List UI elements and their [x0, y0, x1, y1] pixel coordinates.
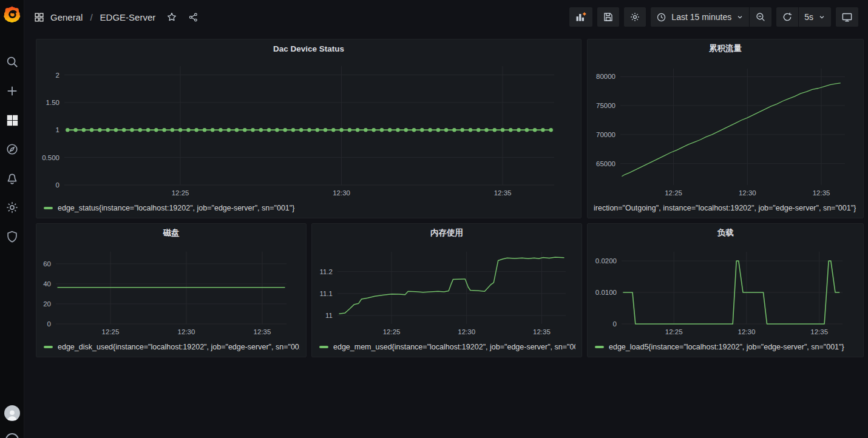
- svg-text:12:35: 12:35: [254, 328, 271, 335]
- user-avatar[interactable]: [4, 405, 20, 421]
- chevron-down-icon: [818, 13, 826, 21]
- sidebar-item-alerting[interactable]: [5, 171, 19, 186]
- svg-text:40: 40: [43, 280, 51, 288]
- zoom-out-time-button[interactable]: [750, 7, 771, 27]
- svg-text:0.0100: 0.0100: [595, 289, 617, 296]
- grafana-logo[interactable]: [0, 0, 24, 29]
- panel-load: 负载 00.01000.020012:2512:3012:35 edge_loa…: [587, 223, 864, 357]
- add-panel-button[interactable]: [569, 7, 592, 27]
- time-picker-group: Last 15 minutes: [651, 7, 771, 27]
- panel-title[interactable]: 磁盘: [36, 224, 306, 242]
- dashboard-toolbar: Last 15 minutes 5s: [569, 7, 858, 27]
- sidebar-item-explore[interactable]: [5, 142, 19, 157]
- panel-title[interactable]: Dac Device Status: [36, 39, 581, 58]
- refresh-interval-label: 5s: [804, 12, 813, 22]
- dashboard-settings-button[interactable]: [624, 7, 646, 27]
- svg-text:60: 60: [43, 260, 51, 268]
- legend-series-label[interactable]: irection="Outgoing", instance="localhost…: [594, 204, 856, 212]
- svg-text:12:35: 12:35: [810, 328, 828, 335]
- save-dashboard-button[interactable]: [597, 7, 619, 27]
- svg-text:11.2: 11.2: [319, 268, 333, 275]
- add-panel-icon: [575, 11, 587, 23]
- refresh-group: 5s: [776, 7, 831, 27]
- help-icon[interactable]: [5, 433, 19, 438]
- bell-icon: [5, 172, 19, 185]
- sidebar-item-search[interactable]: [5, 55, 19, 69]
- top-navbar: General / EDGE-Server: [24, 0, 868, 34]
- breadcrumb-dashboard-title[interactable]: EDGE-Server: [100, 12, 156, 22]
- panel-title[interactable]: 负载: [588, 224, 863, 242]
- refresh-button[interactable]: [776, 7, 798, 27]
- chart-dac-device-status[interactable]: 00.50011.50212:2512:3012:35: [36, 58, 581, 202]
- grafana-flame-icon: [3, 5, 21, 24]
- chart-disk[interactable]: 020406012:2512:3012:35: [36, 242, 306, 341]
- zoom-out-icon: [755, 12, 766, 22]
- chevron-down-icon: [736, 13, 744, 21]
- refresh-icon: [782, 12, 793, 22]
- svg-text:0.500: 0.500: [42, 154, 59, 161]
- svg-text:12:25: 12:25: [383, 328, 401, 335]
- svg-text:12:35: 12:35: [494, 189, 512, 197]
- legend: edge_load5{instance="localhost:19202", j…: [588, 341, 863, 357]
- time-range-label: Last 15 minutes: [671, 12, 731, 22]
- svg-text:0.0200: 0.0200: [595, 257, 617, 264]
- panel-title[interactable]: 内存使用: [312, 224, 581, 242]
- shield-icon: [5, 230, 19, 243]
- refresh-interval-picker[interactable]: 5s: [799, 7, 831, 27]
- legend-swatch: [44, 207, 53, 209]
- apps-grid-icon[interactable]: [34, 12, 44, 22]
- save-icon: [603, 12, 614, 22]
- gear-icon: [5, 201, 19, 214]
- sidebar-item-server-admin[interactable]: [5, 229, 19, 244]
- legend-series-label[interactable]: edge_load5{instance="localhost:19202", j…: [609, 343, 844, 351]
- svg-text:0: 0: [613, 320, 617, 328]
- share-icon[interactable]: [188, 12, 198, 22]
- svg-text:12:25: 12:25: [665, 189, 682, 197]
- panel-title[interactable]: 累积流量: [588, 39, 863, 58]
- legend-series-label[interactable]: edge_mem_used{instance="localhost:19202"…: [333, 343, 575, 351]
- dashboards-grid-icon: [5, 113, 19, 127]
- sidebar-item-configuration[interactable]: [5, 200, 19, 215]
- svg-text:65000: 65000: [596, 160, 615, 167]
- svg-text:1.50: 1.50: [46, 99, 59, 106]
- svg-text:12:25: 12:25: [172, 189, 189, 197]
- svg-text:0: 0: [56, 181, 59, 189]
- svg-text:11.1: 11.1: [319, 290, 333, 297]
- svg-text:75000: 75000: [596, 102, 615, 109]
- legend: edge_disk_used{instance="localhost:19202…: [36, 341, 306, 357]
- chart-load[interactable]: 00.01000.020012:2512:3012:35: [588, 242, 863, 341]
- plus-icon: [5, 84, 19, 98]
- svg-text:12:30: 12:30: [738, 328, 756, 335]
- time-range-picker[interactable]: Last 15 minutes: [651, 7, 749, 27]
- gear-icon: [629, 12, 640, 22]
- panel-dac-device-status: Dac Device Status 00.50011.50212:2512:30…: [36, 39, 581, 218]
- legend-series-label[interactable]: edge_disk_used{instance="localhost:19202…: [58, 343, 300, 351]
- breadcrumb-separator: /: [90, 12, 92, 22]
- cycle-view-mode-button[interactable]: [836, 7, 858, 27]
- svg-text:12:30: 12:30: [458, 328, 475, 335]
- star-icon[interactable]: [166, 12, 177, 22]
- panel-memory-usage: 内存使用 1111.111.212:2512:3012:35 edge_mem_…: [311, 223, 582, 357]
- clock-icon: [656, 12, 666, 22]
- chart-memory-usage[interactable]: 1111.111.212:2512:3012:35: [312, 242, 581, 341]
- svg-text:0: 0: [47, 320, 51, 328]
- svg-text:20: 20: [43, 300, 51, 308]
- sidebar-item-create[interactable]: [5, 84, 19, 98]
- svg-text:11: 11: [325, 312, 333, 319]
- legend: edge_status{instance="localhost:19202", …: [36, 202, 581, 218]
- breadcrumb-folder[interactable]: General: [50, 12, 83, 22]
- legend-swatch: [319, 346, 328, 348]
- legend-series-label[interactable]: edge_status{instance="localhost:19202", …: [58, 204, 294, 212]
- breadcrumb: General / EDGE-Server: [34, 12, 198, 22]
- legend-swatch: [44, 346, 53, 348]
- legend: irection="Outgoing", instance="localhost…: [588, 202, 863, 218]
- svg-text:12:35: 12:35: [533, 328, 551, 335]
- sidebar-item-dashboards[interactable]: [5, 113, 19, 127]
- svg-text:12:30: 12:30: [178, 328, 195, 335]
- svg-text:1: 1: [56, 126, 59, 133]
- svg-text:2: 2: [56, 72, 59, 79]
- chart-cumulative-traffic[interactable]: 6500070000750008000012:2512:3012:35: [588, 58, 863, 202]
- panel-cumulative-traffic: 累积流量 6500070000750008000012:2512:3012:35…: [587, 39, 864, 218]
- search-icon: [5, 55, 19, 69]
- svg-text:12:30: 12:30: [333, 189, 350, 197]
